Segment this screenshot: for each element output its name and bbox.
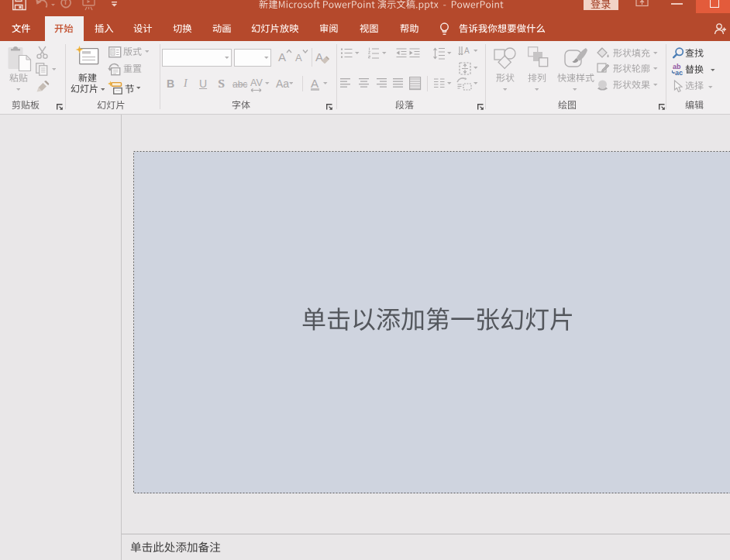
svg-text:ac: ac <box>675 69 683 76</box>
svg-text:A: A <box>464 46 470 55</box>
